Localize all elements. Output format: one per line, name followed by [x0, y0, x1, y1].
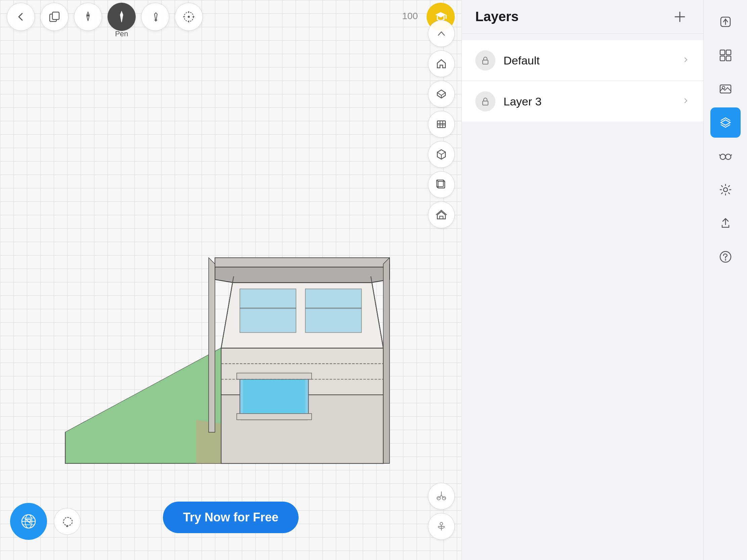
svg-rect-1 [52, 12, 59, 20]
layer-name-default: Default [504, 54, 674, 67]
svg-marker-16 [215, 258, 390, 267]
home-view-button[interactable] [428, 50, 455, 77]
opacity-value: 100 [402, 11, 418, 22]
scissors-button[interactable] [428, 483, 455, 510]
svg-rect-63 [720, 50, 725, 55]
package-button[interactable] [428, 141, 455, 168]
glasses-icon-button[interactable] [711, 141, 741, 171]
canvas-area: Pen [0, 0, 462, 560]
settings-icon-button[interactable] [711, 175, 741, 205]
svg-point-76 [725, 259, 726, 261]
svg-rect-19 [240, 308, 296, 309]
svg-rect-23 [237, 373, 312, 379]
grid-icon-button[interactable] [711, 40, 741, 71]
active-pen-wrapper: Pen [107, 3, 136, 31]
svg-rect-18 [305, 289, 361, 332]
top-view-button[interactable] [428, 81, 455, 107]
layers-add-button[interactable] [670, 7, 690, 27]
svg-point-69 [720, 154, 725, 159]
right-floating-toolbar [428, 20, 455, 228]
layers-header: Layers [462, 0, 703, 33]
layers-icon-button[interactable] [711, 107, 741, 138]
layer-chevron-3 [682, 96, 690, 107]
scene-button[interactable] [428, 111, 455, 138]
svg-rect-22 [243, 379, 305, 417]
pen-tool-wrapper [74, 3, 102, 31]
copy-button[interactable] [40, 3, 69, 31]
house-illustration [40, 74, 414, 560]
svg-rect-20 [305, 308, 361, 309]
svg-marker-27 [383, 258, 390, 464]
layers-panel: Layers Default [462, 0, 703, 560]
svg-rect-60 [483, 101, 488, 105]
layer-item-3[interactable]: Layer 3 [462, 81, 703, 122]
globe-button[interactable] [10, 503, 47, 540]
svg-rect-65 [720, 56, 725, 61]
transform-button[interactable] [175, 3, 203, 31]
svg-rect-64 [726, 50, 731, 55]
svg-point-74 [723, 188, 727, 192]
help-icon-button[interactable] [711, 242, 741, 272]
svg-point-70 [725, 154, 731, 159]
pen-tool-button[interactable] [74, 3, 102, 31]
layers-title: Layers [475, 9, 519, 24]
top-toolbar: Pen [0, 0, 462, 33]
active-pen-button[interactable] [107, 3, 136, 31]
svg-rect-24 [237, 414, 312, 420]
layer-item-default[interactable]: Default [462, 40, 703, 81]
transform-wrapper [175, 3, 203, 31]
anchor-button[interactable] [428, 513, 455, 540]
back-btn-wrapper [7, 3, 35, 31]
lasso-button[interactable] [54, 508, 81, 535]
chevron-up-button[interactable] [428, 20, 455, 47]
lock-icon-default [475, 50, 495, 71]
image-icon-button[interactable] [711, 74, 741, 104]
eraser-button[interactable] [141, 3, 169, 31]
svg-line-73 [731, 155, 731, 156]
pen-label: Pen [115, 30, 128, 38]
bottom-left-tools [10, 503, 81, 540]
box-button[interactable] [428, 171, 455, 198]
svg-rect-66 [726, 56, 731, 61]
svg-rect-59 [483, 60, 488, 64]
house3d-button[interactable] [428, 202, 455, 228]
bottom-right-tools [428, 483, 455, 540]
svg-point-6 [188, 16, 190, 18]
svg-point-2 [87, 15, 89, 17]
svg-rect-32 [437, 121, 445, 128]
lock-icon-3 [475, 91, 495, 111]
far-right-panel [703, 0, 747, 560]
try-now-button[interactable]: Try Now for Free [163, 502, 299, 533]
svg-line-72 [719, 155, 720, 156]
svg-point-56 [66, 525, 68, 527]
back-button[interactable] [7, 3, 35, 31]
svg-marker-28 [209, 258, 215, 432]
layer-chevron-default [682, 55, 690, 66]
upload-icon-button[interactable] [711, 208, 741, 238]
layer-name-3: Layer 3 [504, 95, 674, 108]
svg-rect-17 [240, 289, 296, 332]
layers-list: Default Layer 3 [462, 33, 703, 560]
eraser-wrapper [141, 3, 169, 31]
export-icon-button[interactable] [711, 7, 741, 37]
copy-btn-wrapper [40, 3, 69, 31]
svg-point-47 [440, 523, 443, 525]
